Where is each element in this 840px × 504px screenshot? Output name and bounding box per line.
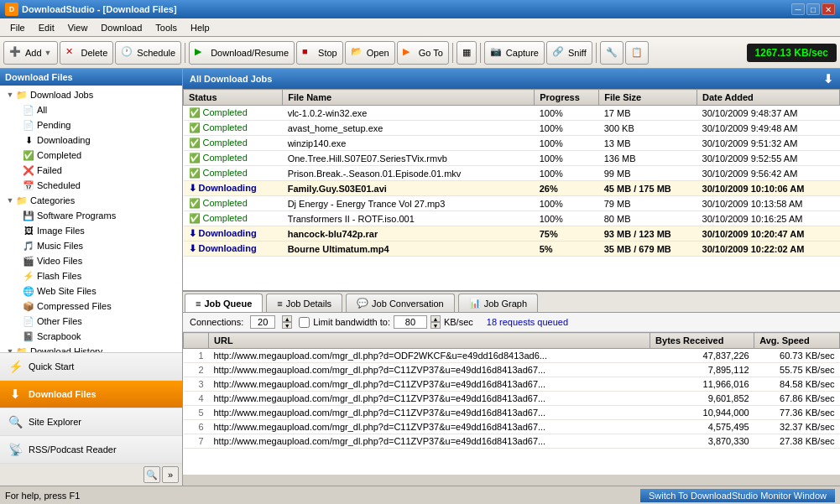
tree-item-all[interactable]: 📄 All [0,102,182,117]
bandwidth-down[interactable]: ▼ [430,322,441,329]
delete-button[interactable]: ✕ Delete [60,41,114,65]
url-cell: http://www.megaupload.com/mgr_dl.php?d=O… [209,349,650,363]
maximize-button[interactable]: □ [806,3,820,15]
tree-item-categories[interactable]: ▼ 📁 Categories [0,193,182,208]
tree-item-pending[interactable]: 📄 Pending [0,117,182,132]
separator-1 [185,43,185,63]
expander-history[interactable]: ▼ [5,346,15,352]
connections-up[interactable]: ▲ [282,315,292,322]
minimize-button[interactable]: ─ [791,3,805,15]
nav-item-siteexplorer[interactable]: 🔍 Site Explorer [0,408,182,436]
tab-job-graph[interactable]: 📊 Job Graph [458,294,538,312]
tree-item-flash[interactable]: ⚡ Flash Files [0,268,182,283]
tab-job-details[interactable]: ≡ Job Details [266,294,342,312]
list-item[interactable]: 2 http://www.megaupload.com/mgr_dl.php?d… [184,363,840,377]
siteexplorer-icon: 🔍 [7,413,23,430]
tree-item-other[interactable]: 📄 Other Files [0,314,182,329]
tree-item-completed[interactable]: ✅ Completed [0,148,182,163]
menu-view[interactable]: View [61,21,95,34]
completed-icon: ✅ [22,148,35,162]
toolbar: ➕ Add ▼ ✕ Delete 🕐 Schedule ▶ Download/R… [0,37,840,69]
list-item[interactable]: 6 http://www.megaupload.com/mgr_dl.php?d… [184,420,840,434]
connections-input[interactable] [250,315,275,329]
filename-cell: avast_home_setup.exe [283,121,535,136]
url-table: URL Bytes Received Avg. Speed 1 http://w… [183,332,840,449]
menu-help[interactable]: Help [184,21,217,34]
limit-bandwidth-checkbox[interactable] [299,317,310,328]
go-to-button[interactable]: ▶ Go To [397,41,449,65]
table-row[interactable]: ⬇ Downloading Family.Guy.S03E01.avi 26% … [184,181,840,196]
tree-item-music[interactable]: 🎵 Music Files [0,238,182,253]
tree-item-download-jobs[interactable]: ▼ 📁 Download Jobs [0,87,182,102]
menu-download[interactable]: Download [94,21,149,34]
job-conversation-icon: 💬 [357,298,368,309]
table-row[interactable]: ✅ Completed Transformers II - ROTF.iso.0… [184,211,840,226]
table-row[interactable]: ⬇ Downloading hancock-blu742p.rar 75% 93… [184,226,840,242]
bandwidth-input[interactable] [394,315,427,329]
nav-item-downloadfiles[interactable]: ⬇ Download Files [0,381,182,408]
tree-item-software[interactable]: 💾 Software Programs [0,208,182,223]
add-button[interactable]: ➕ Add ▼ [3,41,58,65]
connections-spinner[interactable]: ▲ ▼ [282,315,292,329]
tree-item-failed[interactable]: ❌ Failed [0,163,182,178]
nav-small-btn-2[interactable]: » [162,466,179,483]
table-row[interactable]: ✅ Completed Dj Energy - Energy Trance Vo… [184,196,840,211]
bandwidth-spinner[interactable]: ▲ ▼ [430,315,441,329]
tree-item-website[interactable]: 🌐 Web Site Files [0,283,182,299]
list-item[interactable]: 7 http://www.megaupload.com/mgr_dl.php?d… [184,434,840,449]
connections-down[interactable]: ▼ [282,322,292,329]
url-table-area[interactable]: URL Bytes Received Avg. Speed 1 http://w… [183,332,840,475]
add-icon: ➕ [9,46,23,60]
list-item[interactable]: 1 http://www.megaupload.com/mgr_dl.php?d… [184,349,840,363]
switch-monitor-button[interactable]: Switch To DownloadStudio Monitor Window [640,489,835,502]
tree-area[interactable]: ▼ 📁 Download Jobs 📄 All 📄 Pending ⬇ Down… [0,86,182,352]
tab-job-queue[interactable]: ≡ Job Queue [185,294,263,312]
menu-edit[interactable]: Edit [32,21,61,34]
stop-button[interactable]: ■ Stop [296,41,343,65]
extra-btn-1[interactable]: 🔧 [600,41,623,65]
compressed-icon: 📦 [22,299,35,313]
expander-jobs[interactable]: ▼ [5,90,15,100]
menu-file[interactable]: File [3,21,32,34]
list-item[interactable]: 3 http://www.megaupload.com/mgr_dl.php?d… [184,377,840,392]
capture-button[interactable]: 📷 Capture [484,41,545,65]
date-cell: 30/10/2009 9:51:32 AM [697,136,840,151]
table-row[interactable]: ✅ Completed One.Tree.Hill.S07E07.SeriesT… [184,151,840,166]
filesize-cell: 79 MB [599,196,697,211]
table-row[interactable]: ⬇ Downloading Bourne Ultimatum.mp4 5% 35… [184,242,840,257]
tree-item-compressed[interactable]: 📦 Compressed Files [0,299,182,314]
menu-tools[interactable]: Tools [149,21,184,34]
status-icon: ✅ [189,153,201,163]
open-button[interactable]: 📂 Open [345,41,395,65]
tree-item-history[interactable]: ▼ 📁 Download History [0,344,182,352]
status-icon: ⬇ [189,243,196,253]
list-item[interactable]: 5 http://www.megaupload.com/mgr_dl.php?d… [184,406,840,420]
extra-btn-2[interactable]: 📋 [625,41,649,65]
table-row[interactable]: ✅ Completed avast_home_setup.exe 100% 30… [184,121,840,136]
tree-item-scrapbook[interactable]: 📓 Scrapbook [0,329,182,344]
bottom-panel: ≡ Job Queue ≡ Job Details 💬 Job Conversa… [183,290,840,475]
list-item[interactable]: 4 http://www.megaupload.com/mgr_dl.php?d… [184,392,840,406]
status-icon: ✅ [189,122,201,132]
expander-categories[interactable]: ▼ [5,195,15,205]
tree-item-image[interactable]: 🖼 Image Files [0,223,182,238]
tree-item-downloading[interactable]: ⬇ Downloading [0,132,182,148]
download-resume-button[interactable]: ▶ Download/Resume [189,41,295,65]
tab-job-conversation[interactable]: 💬 Job Conversation [346,294,455,312]
schedule-button[interactable]: 🕐 Schedule [115,41,181,65]
tree-item-video[interactable]: 🎬 Video Files [0,253,182,268]
grid-button[interactable]: ▦ [457,41,477,65]
sniff-button[interactable]: 🔗 Sniff [546,41,592,65]
nav-item-quickstart[interactable]: ⚡ Quick Start [0,353,182,381]
table-row[interactable]: ✅ Completed vlc-1.0.2-win32.exe 100% 17 … [184,106,840,121]
nav-item-rss[interactable]: 📡 RSS/Podcast Reader [0,436,182,464]
table-row[interactable]: ✅ Completed winzip140.exe 100% 13 MB 30/… [184,136,840,151]
table-row[interactable]: ✅ Completed Prison.Break.-.Season.01.Epi… [184,166,840,181]
download-table-area[interactable]: Status File Name Progress File Size Date… [183,89,840,290]
bytes-cell: 3,870,330 [650,434,754,449]
bandwidth-up[interactable]: ▲ [430,315,441,322]
progress-cell: 100% [535,151,599,166]
nav-small-btn-1[interactable]: 🔍 [143,466,160,483]
close-button[interactable]: ✕ [822,3,835,15]
tree-item-scheduled[interactable]: 📅 Scheduled [0,178,182,193]
